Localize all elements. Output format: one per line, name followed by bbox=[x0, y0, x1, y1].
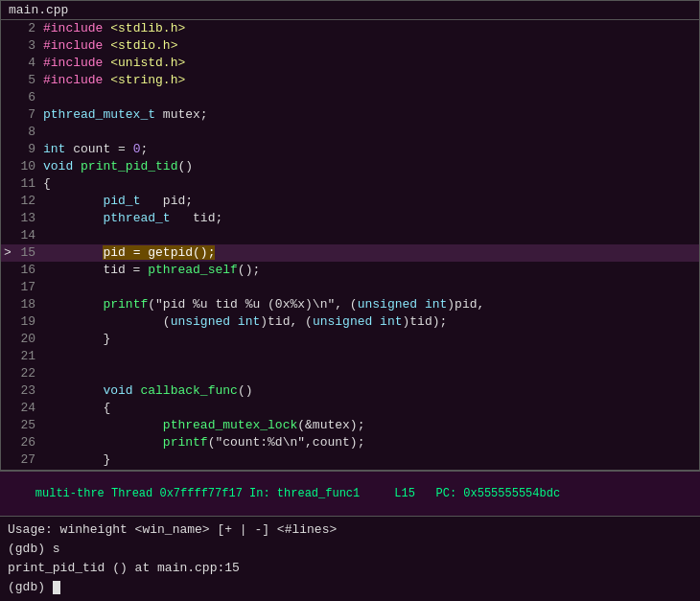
table-row: 21 bbox=[1, 348, 699, 365]
table-row: 18 printf("pid %u tid %u (0x%x)\n", (uns… bbox=[1, 296, 699, 313]
line-number: 7 bbox=[14, 106, 43, 124]
line-content: pthread_mutex_t mutex; bbox=[43, 106, 208, 124]
line-number: 10 bbox=[14, 158, 43, 175]
highlighted-code: pid = getpid(); bbox=[103, 245, 215, 260]
table-row: 28 bbox=[1, 469, 699, 470]
table-row: 25 pthread_mutex_lock(&mutex); bbox=[1, 417, 699, 434]
line-number: 13 bbox=[14, 210, 43, 227]
cursor bbox=[53, 581, 60, 594]
line-content: printf("count:%d\n",count); bbox=[43, 434, 364, 451]
table-row: 8 bbox=[1, 124, 699, 141]
main-container: main.cpp 2#include <stdlib.h>3#include <… bbox=[0, 0, 700, 601]
table-row: 6 bbox=[1, 89, 699, 106]
table-row: 5#include <string.h> bbox=[1, 72, 699, 89]
table-row: 22 bbox=[1, 365, 699, 382]
code-lines: 2#include <stdlib.h>3#include <stdio.h>4… bbox=[1, 20, 699, 470]
line-number: 26 bbox=[14, 434, 43, 451]
list-item: (gdb) s bbox=[8, 540, 692, 559]
status-bar: multi-thre Thread 0x7ffff77f17 In: threa… bbox=[0, 471, 700, 516]
table-row: >15 pid = getpid(); bbox=[1, 244, 699, 262]
table-row: 23 void callback_func() bbox=[1, 382, 699, 400]
gdb-terminal[interactable]: Usage: winheight <win_name> [+ | -] <#li… bbox=[0, 516, 700, 601]
line-content: void print_pid_tid() bbox=[43, 158, 193, 175]
line-number: 12 bbox=[14, 193, 43, 210]
list-item: print_pid_tid () at main.cpp:15 bbox=[8, 559, 692, 578]
line-content: } bbox=[43, 451, 110, 469]
line-content: #include <stdio.h> bbox=[43, 37, 177, 55]
line-indicator: > bbox=[1, 244, 14, 262]
status-text: multi-thre Thread 0x7ffff77f17 In: threa… bbox=[35, 487, 560, 500]
line-number: 6 bbox=[14, 89, 43, 106]
table-row: 16 tid = pthread_self(); bbox=[1, 262, 699, 279]
gdb-prompt[interactable]: (gdb) bbox=[8, 580, 53, 594]
line-content: (unsigned int)tid, (unsigned int)tid); bbox=[43, 313, 447, 331]
line-content: tid = pthread_self(); bbox=[43, 262, 260, 279]
line-number: 20 bbox=[14, 331, 43, 348]
table-row: 19 (unsigned int)tid, (unsigned int)tid)… bbox=[1, 313, 699, 331]
line-content: pid_t pid; bbox=[43, 193, 193, 210]
code-body[interactable]: 2#include <stdlib.h>3#include <stdio.h>4… bbox=[1, 20, 699, 470]
line-number: 21 bbox=[14, 348, 43, 365]
table-row: 13 pthread_t tid; bbox=[1, 210, 699, 227]
table-row: 9int count = 0; bbox=[1, 141, 699, 158]
table-row: 17 bbox=[1, 279, 699, 296]
table-row: 10void print_pid_tid() bbox=[1, 158, 699, 175]
table-row: 2#include <stdlib.h> bbox=[1, 20, 699, 37]
line-number: 17 bbox=[14, 279, 43, 296]
line-number: 15 bbox=[14, 244, 43, 262]
line-number: 5 bbox=[14, 72, 43, 89]
line-number: 4 bbox=[14, 55, 43, 72]
line-content: #include <stdlib.h> bbox=[43, 20, 185, 37]
line-number: 18 bbox=[14, 296, 43, 313]
line-number: 22 bbox=[14, 365, 43, 382]
table-row: 12 pid_t pid; bbox=[1, 193, 699, 210]
table-row: 20 } bbox=[1, 331, 699, 348]
line-content: printf("pid %u tid %u (0x%x)\n", (unsign… bbox=[43, 296, 484, 313]
line-content: pthread_t tid; bbox=[43, 210, 222, 227]
line-number: 11 bbox=[14, 175, 43, 193]
list-item: Usage: winheight <win_name> [+ | -] <#li… bbox=[8, 520, 692, 540]
file-title: main.cpp bbox=[9, 3, 68, 17]
line-number: 23 bbox=[14, 382, 43, 400]
line-number: 19 bbox=[14, 313, 43, 331]
table-row: 11{ bbox=[1, 175, 699, 193]
line-number: 25 bbox=[14, 417, 43, 434]
line-number: 2 bbox=[14, 20, 43, 37]
table-row: 27 } bbox=[1, 451, 699, 469]
line-number: 16 bbox=[14, 262, 43, 279]
table-row: 26 printf("count:%d\n",count); bbox=[1, 434, 699, 451]
list-item: (gdb) bbox=[8, 578, 692, 597]
line-content: #include <string.h> bbox=[43, 72, 185, 89]
table-row: 3#include <stdio.h> bbox=[1, 37, 699, 55]
line-number: 8 bbox=[14, 124, 43, 141]
line-content: } bbox=[43, 331, 110, 348]
line-content: { bbox=[43, 175, 51, 193]
line-number: 9 bbox=[14, 141, 43, 158]
line-content: pthread_mutex_lock(&mutex); bbox=[43, 417, 364, 434]
line-number: 14 bbox=[14, 227, 43, 244]
code-title-bar: main.cpp bbox=[1, 1, 699, 20]
line-number: 24 bbox=[14, 400, 43, 417]
table-row: 4#include <unistd.h> bbox=[1, 55, 699, 72]
code-window: main.cpp 2#include <stdlib.h>3#include <… bbox=[0, 0, 700, 471]
table-row: 7pthread_mutex_t mutex; bbox=[1, 106, 699, 124]
table-row: 14 bbox=[1, 227, 699, 244]
table-row: 24 { bbox=[1, 400, 699, 417]
line-content: { bbox=[43, 400, 110, 417]
line-number: 3 bbox=[14, 37, 43, 55]
line-content: void callback_func() bbox=[43, 382, 252, 400]
line-content: int count = 0; bbox=[43, 141, 148, 158]
line-number: 28 bbox=[14, 469, 43, 470]
line-content: #include <unistd.h> bbox=[43, 55, 185, 72]
line-content: pid = getpid(); bbox=[43, 244, 215, 262]
line-number: 27 bbox=[14, 451, 43, 469]
